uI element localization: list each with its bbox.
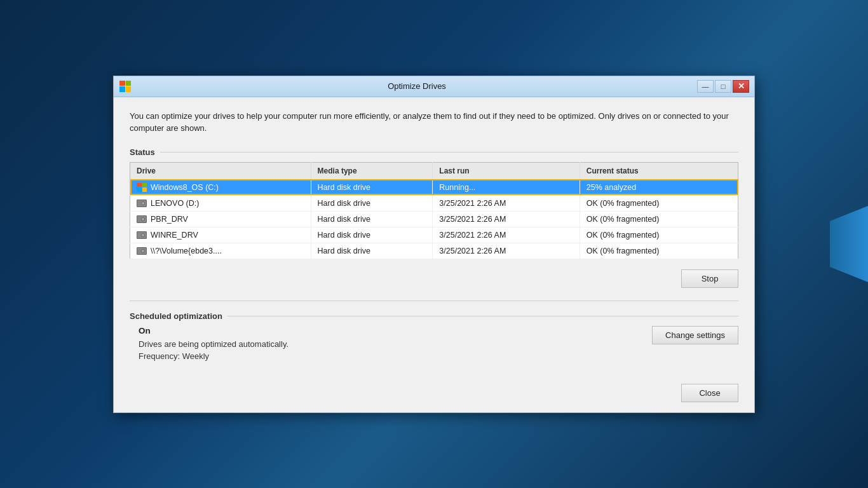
hdd-drive-icon	[137, 247, 147, 255]
drive-name: LENOVO (D:)	[151, 199, 199, 208]
scheduled-section-header: Scheduled optimization	[130, 311, 738, 321]
current-status-cell: OK (0% fragmented)	[580, 227, 738, 243]
hdd-drive-icon	[137, 215, 147, 224]
table-row[interactable]: WINRE_DRVHard disk drive3/25/2021 2:26 A…	[130, 227, 738, 243]
drive-cell: WINRE_DRV	[130, 227, 311, 243]
scheduled-section: Scheduled optimization On Drives are bei…	[130, 311, 738, 363]
drive-cell: PBR_DRV	[130, 211, 311, 227]
minimize-button[interactable]: —	[697, 80, 714, 93]
status-section-header: Status	[130, 147, 738, 157]
table-row[interactable]: LENOVO (D:)Hard disk drive3/25/2021 2:26…	[130, 195, 738, 211]
col-current-status: Current status	[580, 162, 738, 179]
drive-name: PBR_DRV	[151, 215, 188, 224]
description-text: You can optimize your drives to help you…	[130, 110, 738, 135]
last-run-cell: 3/25/2021 2:26 AM	[433, 211, 580, 227]
last-run-cell: Running...	[433, 179, 580, 195]
drive-cell: \\?\Volume{ebde3....	[130, 243, 311, 259]
drive-cell: Windows8_OS (C:)	[130, 179, 311, 195]
col-drive: Drive	[130, 162, 311, 179]
windows-drive-icon	[137, 183, 147, 192]
last-run-cell: 3/25/2021 2:26 AM	[433, 243, 580, 259]
bottom-buttons: Close	[114, 376, 754, 412]
current-status-cell: 25% analyzed	[580, 179, 738, 195]
app-icon	[119, 80, 132, 93]
drives-table: Drive Media type Last run Current status…	[130, 162, 738, 259]
dialog-content: You can optimize your drives to help you…	[114, 97, 754, 376]
scheduled-description: Drives are being optimized automatically…	[139, 339, 652, 349]
drive-name: \\?\Volume{ebde3....	[151, 247, 222, 255]
action-buttons-row: Stop	[130, 269, 738, 288]
col-last-run: Last run	[433, 162, 580, 179]
windows-logo-icon	[119, 81, 131, 92]
stop-button[interactable]: Stop	[681, 269, 738, 288]
col-media-type: Media type	[311, 162, 433, 179]
current-status-cell: OK (0% fragmented)	[580, 243, 738, 259]
media-type-cell: Hard disk drive	[311, 211, 433, 227]
last-run-cell: 3/25/2021 2:26 AM	[433, 227, 580, 243]
section-divider	[130, 301, 738, 301]
table-row[interactable]: Windows8_OS (C:)Hard disk driveRunning..…	[130, 179, 738, 195]
window-title: Optimize Drives	[137, 81, 697, 91]
title-bar: Optimize Drives — □ ✕	[114, 76, 754, 97]
drive-name: WINRE_DRV	[151, 231, 198, 240]
maximize-button[interactable]: □	[715, 80, 731, 93]
table-header-row: Drive Media type Last run Current status	[130, 162, 738, 179]
media-type-cell: Hard disk drive	[311, 243, 433, 259]
hdd-drive-icon	[137, 231, 147, 240]
drive-cell: LENOVO (D:)	[130, 195, 311, 211]
media-type-cell: Hard disk drive	[311, 227, 433, 243]
scheduled-status: On	[139, 326, 652, 336]
scheduled-info: On Drives are being optimized automatica…	[130, 326, 652, 363]
current-status-cell: OK (0% fragmented)	[580, 211, 738, 227]
window-controls: — □ ✕	[697, 80, 749, 93]
change-settings-button[interactable]: Change settings	[652, 326, 738, 344]
table-row[interactable]: \\?\Volume{ebde3....Hard disk drive3/25/…	[130, 243, 738, 259]
media-type-cell: Hard disk drive	[311, 179, 433, 195]
scheduled-row: On Drives are being optimized automatica…	[130, 326, 738, 363]
current-status-cell: OK (0% fragmented)	[580, 195, 738, 211]
close-window-button[interactable]: ✕	[733, 80, 749, 93]
last-run-cell: 3/25/2021 2:26 AM	[433, 195, 580, 211]
drive-name: Windows8_OS (C:)	[151, 183, 219, 192]
optimize-drives-dialog: Optimize Drives — □ ✕ You can optimize y…	[113, 76, 755, 413]
table-row[interactable]: PBR_DRVHard disk drive3/25/2021 2:26 AMO…	[130, 211, 738, 227]
media-type-cell: Hard disk drive	[311, 195, 433, 211]
hdd-drive-icon	[137, 199, 147, 208]
scheduled-frequency: Frequency: Weekly	[139, 351, 652, 361]
close-button[interactable]: Close	[681, 384, 738, 402]
